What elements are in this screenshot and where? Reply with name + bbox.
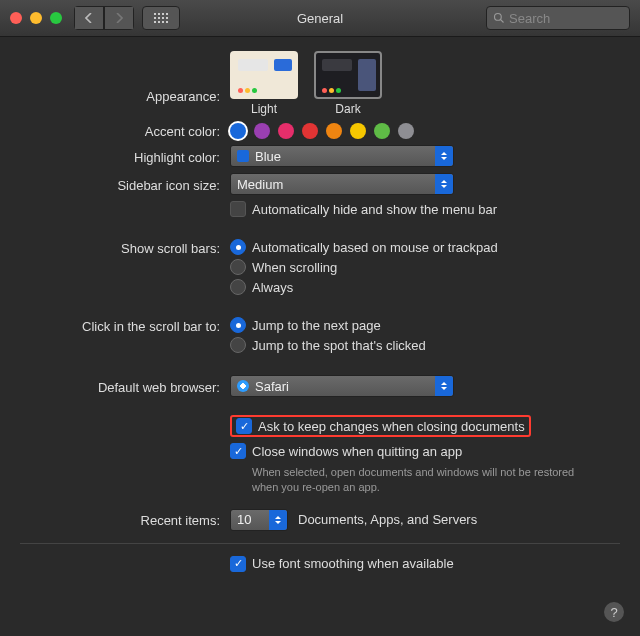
svg-rect-1 <box>158 13 160 15</box>
appearance-dark[interactable]: Dark <box>314 51 382 116</box>
separator <box>20 543 620 544</box>
content: Appearance: Light Dark Accent color: Hig… <box>0 37 640 592</box>
row-click: Click in the scroll bar to: Jump to the … <box>20 317 620 357</box>
safari-icon <box>237 380 249 392</box>
svg-rect-4 <box>154 17 156 19</box>
svg-rect-9 <box>158 21 160 23</box>
label-appearance: Appearance: <box>20 51 230 104</box>
scroll-always-label: Always <box>252 280 293 295</box>
svg-rect-0 <box>154 13 156 15</box>
font-smoothing-checkbox[interactable]: Use font smoothing when available <box>230 556 454 572</box>
row-font-smoothing: Use font smoothing when available <box>20 556 620 576</box>
accent-swatch[interactable] <box>326 123 342 139</box>
checkbox-icon <box>230 556 246 572</box>
autohide-label: Automatically hide and show the menu bar <box>252 202 497 217</box>
label-click: Click in the scroll bar to: <box>20 317 230 334</box>
row-accent: Accent color: <box>20 122 620 139</box>
appearance-light-label: Light <box>251 102 277 116</box>
highlight-swatch <box>237 150 249 162</box>
nav-segment <box>74 6 134 30</box>
row-scroll: Show scroll bars: Automatically based on… <box>20 239 620 299</box>
row-close-windows: Close windows when quitting an app When … <box>20 443 620 495</box>
click-spot-label: Jump to the spot that's clicked <box>252 338 426 353</box>
row-sidebar: Sidebar icon size: Medium <box>20 173 620 195</box>
ask-keep-callout: Ask to keep changes when closing documen… <box>230 415 531 437</box>
recent-suffix: Documents, Apps, and Servers <box>298 512 477 527</box>
svg-rect-8 <box>154 21 156 23</box>
stepper-icon <box>435 376 453 396</box>
stepper-icon <box>435 146 453 166</box>
label-scroll: Show scroll bars: <box>20 239 230 256</box>
font-smoothing-label: Use font smoothing when available <box>252 556 454 571</box>
browser-select[interactable]: Safari <box>230 375 454 397</box>
accent-swatch[interactable] <box>350 123 366 139</box>
zoom-window-button[interactable] <box>50 12 62 24</box>
sidebar-size-select[interactable]: Medium <box>230 173 454 195</box>
svg-rect-10 <box>162 21 164 23</box>
search-placeholder: Search <box>509 11 550 26</box>
row-appearance: Appearance: Light Dark <box>20 51 620 116</box>
svg-rect-3 <box>166 13 168 15</box>
radio-icon <box>230 317 246 333</box>
window-controls <box>10 12 62 24</box>
scroll-when-label: When scrolling <box>252 260 337 275</box>
appearance-dark-preview <box>314 51 382 99</box>
click-spot-radio[interactable]: Jump to the spot that's clicked <box>230 337 426 353</box>
ask-keep-checkbox[interactable]: Ask to keep changes when closing documen… <box>236 418 525 434</box>
svg-point-12 <box>495 14 502 21</box>
radio-icon <box>230 337 246 353</box>
scroll-when-radio[interactable]: When scrolling <box>230 259 337 275</box>
appearance-dark-label: Dark <box>335 102 360 116</box>
row-autohide: Automatically hide and show the menu bar <box>20 201 620 221</box>
svg-rect-6 <box>162 17 164 19</box>
browser-value: Safari <box>255 379 289 394</box>
autohide-checkbox[interactable]: Automatically hide and show the menu bar <box>230 201 497 217</box>
label-browser: Default web browser: <box>20 378 230 395</box>
svg-rect-5 <box>158 17 160 19</box>
scroll-always-radio[interactable]: Always <box>230 279 293 295</box>
svg-line-13 <box>501 20 504 23</box>
row-ask-keep: Ask to keep changes when closing documen… <box>20 415 620 437</box>
forward-button[interactable] <box>104 6 134 30</box>
appearance-light[interactable]: Light <box>230 51 298 116</box>
label-sidebar: Sidebar icon size: <box>20 176 230 193</box>
minimize-window-button[interactable] <box>30 12 42 24</box>
close-window-button[interactable] <box>10 12 22 24</box>
accent-swatch[interactable] <box>374 123 390 139</box>
back-button[interactable] <box>74 6 104 30</box>
search-field[interactable]: Search <box>486 6 630 30</box>
ask-keep-label: Ask to keep changes when closing documen… <box>258 419 525 434</box>
label-accent: Accent color: <box>20 122 230 139</box>
close-windows-note: When selected, open documents and window… <box>252 465 592 495</box>
radio-icon <box>230 259 246 275</box>
accent-swatch[interactable] <box>230 123 246 139</box>
label-recent: Recent items: <box>20 511 230 528</box>
accent-swatch[interactable] <box>278 123 294 139</box>
appearance-light-preview <box>230 51 298 99</box>
svg-rect-11 <box>166 21 168 23</box>
accent-swatches <box>230 123 414 139</box>
checkbox-icon <box>230 201 246 217</box>
show-all-button[interactable] <box>142 6 180 30</box>
recent-value: 10 <box>237 512 269 527</box>
row-browser: Default web browser: Safari <box>20 375 620 397</box>
highlight-select[interactable]: Blue <box>230 145 454 167</box>
scroll-auto-radio[interactable]: Automatically based on mouse or trackpad <box>230 239 498 255</box>
click-next-label: Jump to the next page <box>252 318 381 333</box>
accent-swatch[interactable] <box>302 123 318 139</box>
svg-rect-7 <box>166 17 168 19</box>
radio-icon <box>230 239 246 255</box>
search-icon <box>493 12 505 24</box>
help-button[interactable]: ? <box>604 602 624 622</box>
stepper-icon <box>269 510 287 530</box>
sidebar-size-value: Medium <box>237 177 283 192</box>
radio-icon <box>230 279 246 295</box>
recent-select[interactable]: 10 <box>230 509 288 531</box>
click-next-radio[interactable]: Jump to the next page <box>230 317 381 333</box>
accent-swatch[interactable] <box>254 123 270 139</box>
close-windows-checkbox[interactable]: Close windows when quitting an app <box>230 443 462 459</box>
row-highlight: Highlight color: Blue <box>20 145 620 167</box>
stepper-icon <box>435 174 453 194</box>
scroll-auto-label: Automatically based on mouse or trackpad <box>252 240 498 255</box>
accent-swatch[interactable] <box>398 123 414 139</box>
